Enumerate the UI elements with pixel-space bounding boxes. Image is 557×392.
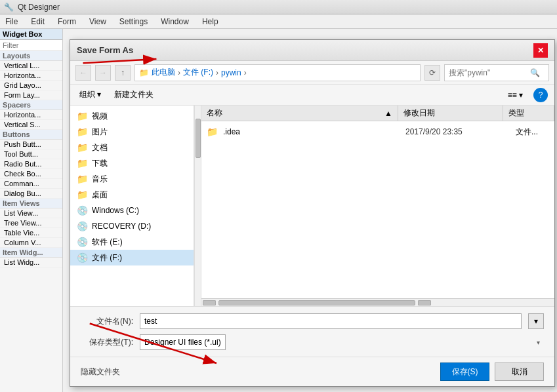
search-input[interactable] — [449, 68, 527, 77]
nav-up-button[interactable]: ↑ — [115, 65, 131, 81]
dialog-nav: ← → ↑ 📁 此电脑 › 文件 (F:) › pywin › ⟳ 🔍 — [70, 61, 554, 85]
breadcrumb-drive[interactable]: 文件 (F:) — [183, 67, 213, 78]
hide-files-text: 隐藏文件夹 — [81, 366, 120, 378]
organize-label: 组织 ▾ — [79, 89, 101, 100]
sidebar-item-vertical-spacer[interactable]: Vertical S... — [0, 120, 62, 130]
menu-help[interactable]: Help — [199, 16, 221, 28]
help-button[interactable]: ? — [533, 88, 548, 102]
sidebar-item-tool-button[interactable]: Tool Butt... — [0, 149, 62, 159]
folder-music[interactable]: 📁 音乐 — [70, 171, 194, 187]
folder-documents[interactable]: 📁 文档 — [70, 140, 194, 155]
menu-view[interactable]: View — [87, 16, 109, 28]
search-area: 🔍 — [444, 64, 549, 81]
file-row-idea[interactable]: 📁 .idea 2017/9/20 23:35 文件... — [201, 124, 554, 140]
sidebar-item-dialog-button[interactable]: Dialog Bu... — [0, 189, 62, 199]
breadcrumb-area[interactable]: 📁 此电脑 › 文件 (F:) › pywin › — [134, 64, 421, 81]
breadcrumb-sep1: › — [178, 68, 180, 77]
folder-downloads[interactable]: 📁 下载 — [70, 155, 194, 171]
drive-f-label: 文件 (F:) — [92, 252, 122, 264]
filetype-select-wrapper: Designer UI files (*.ui) ▾ — [140, 334, 544, 350]
sidebar-item-grid-layout[interactable]: Grid Layo... — [0, 81, 62, 90]
section-spacers: Spacers — [0, 100, 62, 110]
save-form-dialog: Save Form As ✕ ← → ↑ 📁 此电脑 › 文件 (F:) › p… — [70, 39, 555, 387]
filename-label: 文件名(N): — [81, 316, 133, 327]
search-icon: 🔍 — [530, 68, 540, 77]
col-date[interactable]: 修改日期 — [398, 106, 503, 121]
file-type: 文件... — [516, 127, 538, 138]
sidebar-item-push-button[interactable]: Push Butt... — [0, 140, 62, 149]
drive-d[interactable]: 💿 RECOVERY (D:) — [70, 218, 194, 234]
nav-forward-button[interactable]: → — [95, 65, 111, 81]
sidebar-item-horizontal-spacer[interactable]: Horizonta... — [0, 110, 62, 120]
folder-pictures[interactable]: 📁 图片 — [70, 124, 194, 140]
drive-d-icon: 💿 — [77, 221, 88, 231]
filetype-dropdown-arrow: ▾ — [537, 339, 540, 346]
menu-window[interactable]: Window — [158, 16, 192, 28]
menu-bar: File Edit Form View Settings Window Help — [0, 14, 557, 29]
folder-downloads-label: 下载 — [92, 158, 108, 169]
sidebar-item-tree-view[interactable]: Tree View... — [0, 218, 62, 228]
folder-scrollbar-thumb — [196, 119, 201, 158]
sidebar-item-command[interactable]: Comman... — [0, 179, 62, 189]
dialog-content: 📁 视频 📁 图片 📁 文档 📁 下载 — [70, 106, 554, 306]
file-list-panel: 名称 ▲ 修改日期 类型 📁 .idea — [201, 106, 554, 306]
cancel-button[interactable]: 取消 — [495, 363, 544, 381]
breadcrumb-folder[interactable]: pywin — [221, 68, 241, 77]
nav-back-button[interactable]: ← — [75, 65, 91, 81]
drive-f[interactable]: 💿 文件 (F:) — [70, 250, 194, 265]
filter-input[interactable] — [3, 41, 60, 49]
help-label: ? — [539, 90, 543, 100]
save-button[interactable]: 保存(S) — [440, 363, 489, 381]
sidebar-item-horizontal-layout[interactable]: Horizonta... — [0, 71, 62, 81]
sidebar-item-form-layout[interactable]: Form Lay... — [0, 90, 62, 100]
sidebar-item-check-box[interactable]: Check Bo... — [0, 169, 62, 179]
organize-button[interactable]: 组织 ▾ — [77, 88, 104, 102]
folder-documents-label: 文档 — [92, 142, 108, 153]
sidebar-item-list-view[interactable]: List View... — [0, 208, 62, 218]
drive-e-icon: 💿 — [77, 237, 88, 247]
sidebar-item-vertical-layout[interactable]: Vertical L... — [0, 61, 62, 71]
menu-file[interactable]: File — [3, 16, 20, 28]
filename-input[interactable] — [140, 313, 522, 329]
menu-edit[interactable]: Edit — [28, 16, 47, 28]
folder-desktop[interactable]: 📁 桌面 — [70, 187, 194, 203]
section-buttons: Buttons — [0, 130, 62, 140]
folder-panel: 📁 视频 📁 图片 📁 文档 📁 下载 — [70, 106, 194, 306]
folder-music-icon: 📁 — [77, 174, 88, 184]
drive-c[interactable]: 💿 Windows (C:) — [70, 203, 194, 218]
dialog-actions: 隐藏文件夹 保存(S) 取消 — [70, 357, 554, 386]
sidebar-item-table-view[interactable]: Table Vie... — [0, 228, 62, 238]
folder-panel-scrollbar[interactable] — [194, 106, 201, 306]
drive-e[interactable]: 💿 软件 (E:) — [70, 234, 194, 250]
filename-dropdown-button[interactable]: ▾ — [528, 313, 544, 329]
folder-music-label: 音乐 — [92, 174, 108, 185]
view-options-button[interactable]: ≡≡ ▾ — [505, 89, 526, 101]
sidebar-item-list-widget[interactable]: List Widg... — [0, 258, 62, 267]
action-buttons: 保存(S) 取消 — [440, 363, 544, 381]
menu-settings[interactable]: Settings — [117, 16, 150, 28]
sidebar-item-radio-button[interactable]: Radio But... — [0, 159, 62, 169]
file-list-header: 名称 ▲ 修改日期 类型 — [201, 106, 554, 121]
filetype-select[interactable]: Designer UI files (*.ui) — [140, 334, 226, 350]
horizontal-scrollbar[interactable] — [201, 298, 554, 306]
folder-downloads-icon: 📁 — [77, 158, 88, 168]
menu-form[interactable]: Form — [55, 16, 79, 28]
section-layouts: Layouts — [0, 51, 62, 61]
dialog-title-bar: Save Form As ✕ — [70, 40, 554, 61]
dialog-close-button[interactable]: ✕ — [533, 43, 548, 58]
sidebar-item-column-view[interactable]: Column V... — [0, 238, 62, 248]
breadcrumb-pc[interactable]: 此电脑 — [152, 67, 175, 78]
window-title: Qt Designer — [18, 3, 60, 12]
filetype-label: 保存类型(T): — [81, 337, 133, 348]
new-folder-button[interactable]: 新建文件夹 — [112, 88, 156, 102]
folder-pictures-label: 图片 — [92, 127, 108, 138]
nav-refresh-button[interactable]: ⟳ — [424, 65, 440, 81]
dialog-bottom-form: 文件名(N): ▾ 保存类型(T): Designer UI files (*.… — [70, 306, 554, 357]
col-type[interactable]: 类型 — [503, 106, 554, 121]
hide-files-label: 隐藏文件夹 — [81, 366, 120, 378]
drive-f-icon: 💿 — [77, 252, 88, 263]
folder-videos-icon: 📁 — [77, 111, 88, 121]
folder-desktop-label: 桌面 — [92, 189, 108, 201]
folder-videos[interactable]: 📁 视频 — [70, 108, 194, 124]
col-name[interactable]: 名称 ▲ — [201, 106, 398, 121]
